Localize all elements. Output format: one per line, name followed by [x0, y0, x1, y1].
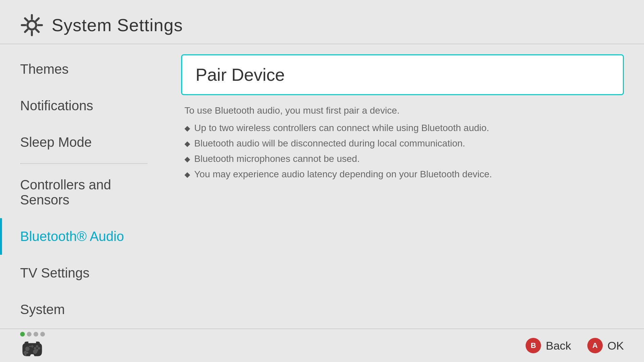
controller-wrapper: [20, 332, 45, 359]
ok-button[interactable]: A OK: [587, 338, 624, 353]
sidebar-divider: [20, 163, 148, 164]
sidebar-item-controllers-sensors[interactable]: Controllers and Sensors: [0, 167, 168, 218]
page-header: System Settings: [0, 0, 644, 44]
svg-line-7: [36, 18, 39, 21]
intro-text: To use Bluetooth audio, you must first p…: [181, 105, 624, 116]
a-button-circle: A: [587, 338, 603, 353]
footer-left: [20, 332, 45, 359]
bullet-list: ◆ Up to two wireless controllers can con…: [181, 123, 624, 180]
dot-1: [20, 332, 25, 337]
svg-point-13: [38, 347, 40, 350]
bullet-item-1: ◆ Up to two wireless controllers can con…: [184, 123, 624, 133]
diamond-icon-1: ◆: [184, 124, 190, 133]
content-area: Themes Notifications Sleep Mode Controll…: [0, 44, 644, 319]
ok-label: OK: [607, 339, 624, 352]
svg-point-15: [36, 349, 38, 351]
sidebar-item-notifications[interactable]: Notifications: [0, 87, 168, 124]
svg-rect-18: [32, 345, 33, 348]
sidebar: Themes Notifications Sleep Mode Controll…: [0, 44, 168, 319]
dot-4: [40, 332, 45, 337]
sidebar-item-sleep-mode[interactable]: Sleep Mode: [0, 124, 168, 161]
sidebar-item-system[interactable]: System: [0, 291, 168, 328]
controller-dots: [20, 332, 45, 337]
svg-line-5: [25, 18, 28, 21]
svg-rect-19: [29, 346, 31, 347]
bullet-item-4: ◆ You may experience audio latency depen…: [184, 169, 624, 180]
svg-point-0: [28, 21, 36, 29]
main-content: Pair Device To use Bluetooth audio, you …: [168, 44, 644, 319]
pair-device-button[interactable]: Pair Device: [181, 54, 624, 95]
bullet-item-2: ◆ Bluetooth audio will be disconnected d…: [184, 138, 624, 149]
svg-line-6: [36, 29, 39, 32]
svg-rect-12: [23, 352, 28, 354]
controller-icon: [20, 339, 44, 359]
bullet-item-3: ◆ Bluetooth microphones cannot be used.: [184, 154, 624, 164]
sidebar-item-tv-settings[interactable]: TV Settings: [0, 255, 168, 291]
svg-point-14: [36, 345, 38, 348]
b-button-circle: B: [526, 338, 541, 353]
diamond-icon-4: ◆: [184, 170, 190, 179]
svg-line-8: [25, 29, 28, 32]
svg-point-16: [34, 347, 36, 350]
footer: B Back A OK: [0, 328, 644, 362]
diamond-icon-2: ◆: [184, 139, 190, 148]
sidebar-item-bluetooth-audio[interactable]: Bluetooth® Audio: [0, 218, 168, 255]
page-title: System Settings: [52, 15, 183, 35]
dot-2: [27, 332, 32, 337]
sidebar-item-themes[interactable]: Themes: [0, 51, 168, 87]
diamond-icon-3: ◆: [184, 155, 190, 164]
footer-right: B Back A OK: [526, 338, 624, 353]
settings-gear-icon: [20, 13, 44, 37]
svg-point-9: [25, 347, 30, 351]
dot-3: [34, 332, 38, 337]
back-label: Back: [546, 339, 571, 352]
back-button[interactable]: B Back: [526, 338, 571, 353]
